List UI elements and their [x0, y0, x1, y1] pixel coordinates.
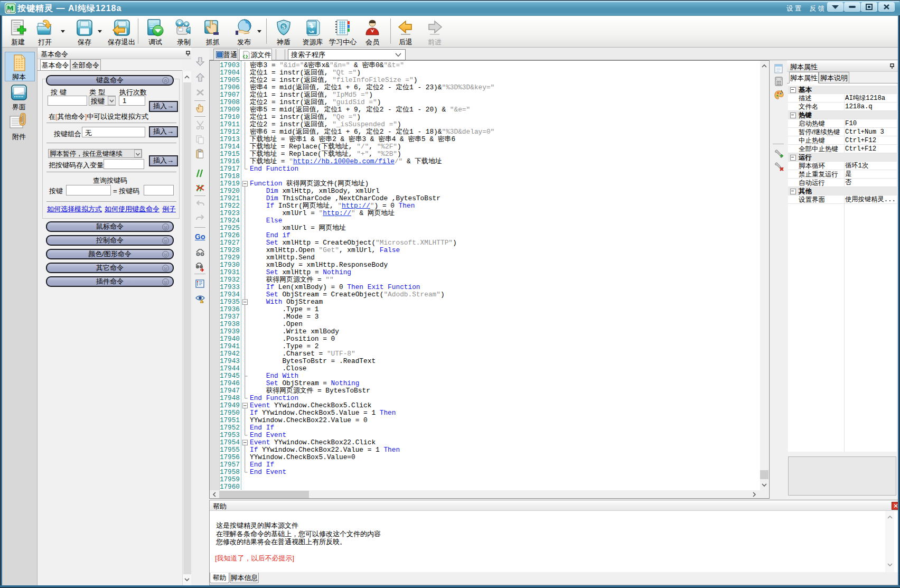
- svg-text:S: S: [282, 23, 286, 31]
- svg-text:!: !: [203, 301, 204, 304]
